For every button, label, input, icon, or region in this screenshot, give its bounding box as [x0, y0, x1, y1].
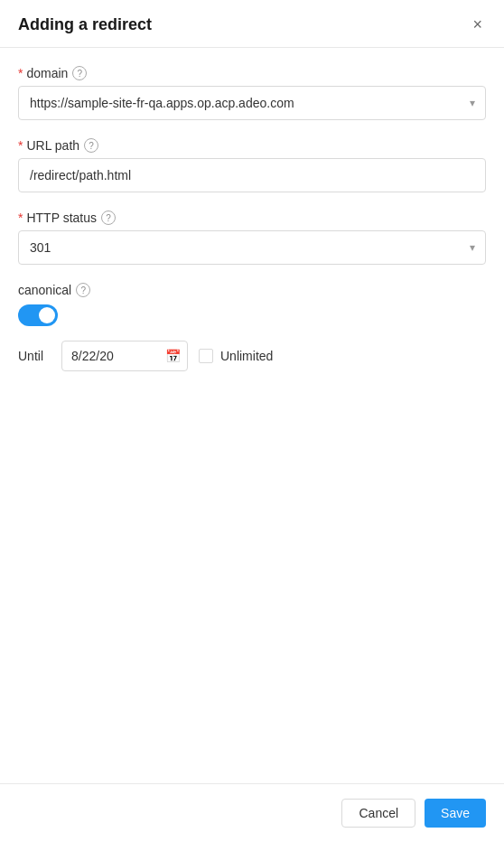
dialog-body: * domain ? https://sample-site-fr-qa.app… — [0, 48, 504, 783]
date-input[interactable] — [61, 341, 188, 371]
url-path-label: * URL path ? — [18, 138, 486, 153]
url-path-required-star: * — [18, 138, 23, 153]
http-status-label: * HTTP status ? — [18, 210, 486, 225]
dialog-footer: Cancel Save — [0, 783, 504, 842]
toggle-wrapper — [18, 304, 486, 326]
date-input-wrapper: 📅 — [61, 341, 188, 371]
http-status-select[interactable]: 301 302 — [18, 230, 486, 265]
domain-field-group: * domain ? https://sample-site-fr-qa.app… — [18, 66, 486, 120]
domain-label: * domain ? — [18, 66, 486, 80]
until-label: Until — [18, 349, 51, 363]
url-path-input[interactable] — [18, 158, 486, 192]
dialog: Adding a redirect × * domain ? https://s… — [0, 0, 504, 842]
canonical-label-text: canonical — [18, 283, 71, 297]
url-path-label-text: URL path — [26, 138, 79, 153]
domain-help-icon[interactable]: ? — [72, 66, 87, 80]
save-button[interactable]: Save — [425, 799, 486, 828]
http-status-help-icon[interactable]: ? — [101, 210, 116, 225]
domain-label-text: domain — [26, 66, 68, 80]
canonical-toggle[interactable] — [18, 304, 58, 326]
canonical-help-icon[interactable]: ? — [76, 283, 90, 297]
canonical-section: canonical ? — [18, 283, 486, 326]
cancel-button[interactable]: Cancel — [341, 799, 415, 828]
dialog-header: Adding a redirect × — [0, 0, 504, 48]
domain-required-star: * — [18, 66, 23, 80]
unlimited-checkbox[interactable] — [199, 349, 213, 363]
domain-select[interactable]: https://sample-site-fr-qa.apps.op.acp.ad… — [18, 86, 486, 120]
dialog-title: Adding a redirect — [18, 15, 152, 34]
http-status-required-star: * — [18, 210, 23, 225]
url-path-help-icon[interactable]: ? — [84, 138, 98, 153]
domain-select-wrapper: https://sample-site-fr-qa.apps.op.acp.ad… — [18, 86, 486, 120]
url-path-field-group: * URL path ? — [18, 138, 486, 192]
http-status-select-wrapper: 301 302 ▾ — [18, 230, 486, 265]
close-button[interactable]: × — [469, 14, 486, 34]
unlimited-wrapper: Unlimited — [199, 349, 273, 363]
until-row: Until 📅 Unlimited — [18, 341, 486, 371]
canonical-label: canonical ? — [18, 283, 486, 297]
http-status-label-text: HTTP status — [26, 210, 97, 225]
toggle-slider — [18, 304, 58, 326]
http-status-field-group: * HTTP status ? 301 302 ▾ — [18, 210, 486, 265]
unlimited-label: Unlimited — [220, 349, 273, 363]
